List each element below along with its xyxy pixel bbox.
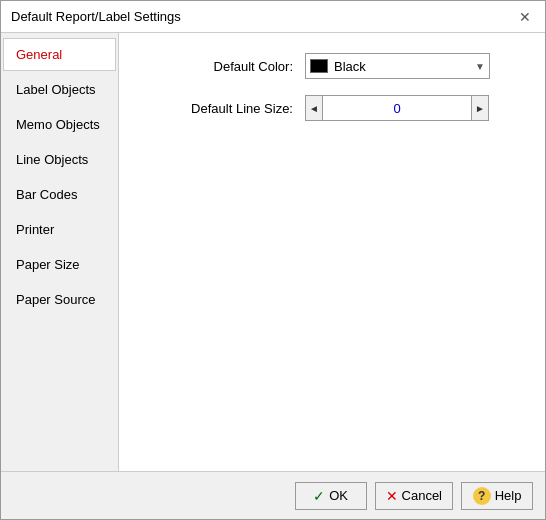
spinner-decrement-button[interactable]: ◄	[305, 95, 323, 121]
sidebar-item-general[interactable]: General	[3, 38, 116, 71]
line-size-spinner: ◄ ►	[305, 95, 489, 121]
cancel-x-icon: ✕	[386, 488, 398, 504]
sidebar-item-label: Bar Codes	[16, 187, 77, 202]
ok-label: OK	[329, 488, 348, 503]
sidebar-item-line-objects[interactable]: Line Objects	[3, 143, 116, 176]
help-label: Help	[495, 488, 522, 503]
footer: ✓ OK ✕ Cancel ? Help	[1, 471, 545, 519]
default-color-row: Default Color: Black ▼	[143, 53, 521, 79]
spinner-increment-button[interactable]: ►	[471, 95, 489, 121]
cancel-label: Cancel	[402, 488, 442, 503]
sidebar-item-label: Label Objects	[16, 82, 96, 97]
sidebar-item-printer[interactable]: Printer	[3, 213, 116, 246]
cancel-button[interactable]: ✕ Cancel	[375, 482, 453, 510]
dialog-body: General Label Objects Memo Objects Line …	[1, 33, 545, 471]
help-button[interactable]: ? Help	[461, 482, 533, 510]
default-color-dropdown[interactable]: Black ▼	[305, 53, 490, 79]
default-line-size-label: Default Line Size:	[143, 101, 293, 116]
sidebar: General Label Objects Memo Objects Line …	[1, 33, 119, 471]
sidebar-item-bar-codes[interactable]: Bar Codes	[3, 178, 116, 211]
dropdown-arrow-icon: ▼	[475, 61, 485, 72]
sidebar-item-paper-size[interactable]: Paper Size	[3, 248, 116, 281]
default-color-label: Default Color:	[143, 59, 293, 74]
sidebar-item-paper-source[interactable]: Paper Source	[3, 283, 116, 316]
sidebar-item-label: Printer	[16, 222, 54, 237]
content-area: Default Color: Black ▼ Default Line Size…	[119, 33, 545, 471]
dialog-title: Default Report/Label Settings	[11, 9, 181, 24]
sidebar-item-label-objects[interactable]: Label Objects	[3, 73, 116, 106]
sidebar-item-label: General	[16, 47, 62, 62]
ok-check-icon: ✓	[313, 488, 325, 504]
ok-button[interactable]: ✓ OK	[295, 482, 367, 510]
default-line-size-row: Default Line Size: ◄ ►	[143, 95, 521, 121]
close-button[interactable]: ✕	[515, 7, 535, 27]
sidebar-item-label: Line Objects	[16, 152, 88, 167]
line-size-input[interactable]	[323, 95, 471, 121]
help-icon: ?	[473, 487, 491, 505]
sidebar-item-label: Memo Objects	[16, 117, 100, 132]
sidebar-item-label: Paper Source	[16, 292, 96, 307]
dialog: Default Report/Label Settings ✕ General …	[0, 0, 546, 520]
sidebar-item-label: Paper Size	[16, 257, 80, 272]
sidebar-item-memo-objects[interactable]: Memo Objects	[3, 108, 116, 141]
color-dropdown-value: Black	[334, 59, 475, 74]
color-swatch-black	[310, 59, 328, 73]
title-bar: Default Report/Label Settings ✕	[1, 1, 545, 33]
